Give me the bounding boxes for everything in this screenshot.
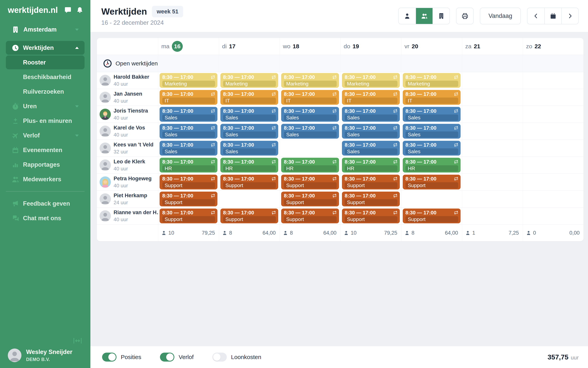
shift-cell-do[interactable]: 8:30 — 17:00Marketing	[340, 72, 401, 89]
calendar-button[interactable]	[544, 8, 561, 24]
employee-cell[interactable]: Leo de Klerk40 uur	[97, 157, 158, 174]
sidebar-item-uren[interactable]: Uren	[6, 99, 84, 113]
shift-pill[interactable]: 8:30 — 17:00Sales	[403, 141, 461, 156]
shift-pill[interactable]: 8:30 — 17:00HR	[220, 158, 278, 173]
shift-pill[interactable]: 8:30 — 17:00Sales	[342, 107, 400, 122]
shift-pill[interactable]: 8:30 — 17:00IT	[342, 90, 400, 105]
shift-pill[interactable]: 8:30 — 17:00Marketing	[159, 73, 217, 88]
shift-pill[interactable]: 8:30 — 17:00Support	[342, 209, 400, 223]
shift-cell-za[interactable]	[462, 140, 523, 156]
shift-pill[interactable]: 8:30 — 17:00Support	[159, 209, 217, 223]
shift-pill[interactable]: 8:30 — 17:00Support	[342, 175, 400, 189]
employee-cell[interactable]: Jan Jansen40 uur	[97, 89, 158, 106]
open-shift-cell-zo[interactable]	[523, 55, 584, 72]
open-shift-cell-za[interactable]	[462, 55, 523, 72]
shift-cell-zo[interactable]	[523, 89, 584, 106]
shift-cell-ma[interactable]: 8:30 — 17:00Marketing	[158, 72, 219, 89]
shift-pill[interactable]: 8:30 — 17:00Sales	[159, 124, 217, 139]
shift-cell-ma[interactable]: 8:30 — 17:00IT	[158, 89, 219, 106]
sidebar-item-beschikbaarheid[interactable]: Beschikbaarheid	[6, 70, 84, 84]
shift-cell-ma[interactable]: 8:30 — 17:00Support	[158, 174, 219, 190]
employee-cell[interactable]: Rianne van der H…40 uur	[97, 208, 158, 224]
shift-cell-ma[interactable]: 8:30 — 17:00HR	[158, 157, 219, 174]
shift-pill[interactable]: 8:30 — 17:00HR	[403, 158, 461, 173]
shift-cell-ma[interactable]: 8:30 — 17:00Sales	[158, 123, 219, 140]
shift-pill[interactable]: 8:30 — 17:00Sales	[403, 124, 461, 139]
sidebar-item-plus-en-minuren[interactable]: Plus- en minuren	[6, 114, 84, 128]
open-shift-cell-wo[interactable]	[280, 55, 340, 72]
shift-cell-di[interactable]: 8:30 — 17:00Support	[219, 174, 280, 190]
shift-pill[interactable]: 8:30 — 17:00Sales	[220, 124, 278, 139]
shift-cell-zo[interactable]	[523, 191, 584, 207]
view-location-button[interactable]	[432, 8, 449, 24]
shift-cell-vr[interactable]: 8:30 — 17:00Marketing	[401, 72, 462, 89]
open-shift-cell-ma[interactable]	[158, 55, 219, 72]
shift-pill[interactable]: 8:30 — 17:00Sales	[159, 141, 217, 156]
shift-cell-wo[interactable]: 8:30 — 17:00Support	[280, 174, 340, 190]
shift-pill[interactable]: 8:30 — 17:00Marketing	[220, 73, 278, 88]
shift-cell-vr[interactable]: 8:30 — 17:00Support	[401, 174, 462, 190]
sidebar-item-werktijden[interactable]: Werktijden	[6, 41, 84, 55]
previous-week-button[interactable]	[527, 8, 544, 24]
shift-cell-za[interactable]	[462, 106, 523, 123]
shift-cell-wo[interactable]: 8:30 — 17:00Sales	[280, 123, 340, 140]
open-shift-cell-di[interactable]	[219, 55, 280, 72]
sidebar-item-rapportages[interactable]: Rapportages	[6, 158, 84, 172]
employee-cell[interactable]: Piet Herkamp24 uur	[97, 191, 158, 207]
shift-pill[interactable]: 8:30 — 17:00Sales	[342, 124, 400, 139]
shift-cell-ma[interactable]: 8:30 — 17:00Support	[158, 191, 219, 207]
location-selector[interactable]: Amsterdam	[6, 23, 84, 36]
employee-cell[interactable]: Harold Bakker40 uur	[97, 72, 158, 89]
shift-pill[interactable]: 8:30 — 17:00IT	[403, 90, 461, 105]
shift-pill[interactable]: 8:30 — 17:00Marketing	[403, 73, 461, 88]
shift-cell-di[interactable]: 8:30 — 17:00IT	[219, 89, 280, 106]
shift-cell-do[interactable]: 8:30 — 17:00Sales	[340, 140, 401, 156]
employee-cell[interactable]: Karel de Vos40 uur	[97, 123, 158, 140]
shift-pill[interactable]: 8:30 — 17:00Support	[220, 209, 278, 223]
sidebar-item-rooster[interactable]: Rooster	[6, 55, 84, 69]
shift-pill[interactable]: 8:30 — 17:00Support	[281, 209, 339, 223]
shift-cell-za[interactable]	[462, 123, 523, 140]
shift-cell-zo[interactable]	[523, 140, 584, 156]
shift-cell-wo[interactable]: 8:30 — 17:00Support	[280, 191, 340, 207]
shift-cell-zo[interactable]	[523, 157, 584, 174]
shift-cell-di[interactable]: 8:30 — 17:00Sales	[219, 106, 280, 123]
shift-pill[interactable]: 8:30 — 17:00IT	[159, 90, 217, 105]
shift-cell-do[interactable]: 8:30 — 17:00Support	[340, 174, 401, 190]
shift-pill[interactable]: 8:30 — 17:00Sales	[281, 124, 339, 139]
shift-cell-ma[interactable]: 8:30 — 17:00Sales	[158, 106, 219, 123]
shift-pill[interactable]: 8:30 — 17:00Sales	[281, 107, 339, 122]
shift-pill[interactable]: 8:30 — 17:00Marketing	[281, 73, 339, 88]
shift-pill[interactable]: 8:30 — 17:00Support	[281, 175, 339, 189]
shift-cell-wo[interactable]: 8:30 — 17:00Sales	[280, 106, 340, 123]
sidebar-collapse-icon[interactable]	[73, 338, 82, 344]
shift-pill[interactable]: 8:30 — 17:00HR	[159, 158, 217, 173]
shift-cell-zo[interactable]	[523, 72, 584, 89]
shift-pill[interactable]: 8:30 — 17:00Support	[403, 175, 461, 189]
user-profile[interactable]: Wesley Sneijder DEMO B.V.	[0, 349, 90, 368]
shift-cell-do[interactable]: 8:30 — 17:00Support	[340, 191, 401, 207]
shift-cell-zo[interactable]	[523, 123, 584, 140]
next-week-button[interactable]	[561, 8, 578, 24]
shift-cell-di[interactable]: 8:30 — 17:00Marketing	[219, 72, 280, 89]
shift-pill[interactable]: 8:30 — 17:00HR	[342, 158, 400, 173]
shift-pill[interactable]: 8:30 — 17:00Sales	[342, 141, 400, 156]
loonkosten-toggle[interactable]	[212, 353, 227, 362]
shift-pill[interactable]: 8:30 — 17:00Marketing	[342, 73, 400, 88]
employee-cell[interactable]: Joris Tienstra40 uur	[97, 106, 158, 123]
shift-pill[interactable]: 8:30 — 17:00Support	[220, 175, 278, 189]
shift-pill[interactable]: 8:30 — 17:00Sales	[403, 107, 461, 122]
shift-cell-vr[interactable]: 8:30 — 17:00Sales	[401, 123, 462, 140]
shift-cell-za[interactable]	[462, 89, 523, 106]
shift-pill[interactable]: 8:30 — 17:00Sales	[220, 107, 278, 122]
messages-icon[interactable]	[64, 7, 72, 14]
shift-pill[interactable]: 8:30 — 17:00Sales	[220, 141, 278, 156]
shift-pill[interactable]: 8:30 — 17:00Support	[342, 192, 400, 206]
shift-cell-za[interactable]	[462, 72, 523, 89]
print-button[interactable]	[456, 8, 474, 24]
shift-cell-vr[interactable]: 8:30 — 17:00IT	[401, 89, 462, 106]
shift-pill[interactable]: 8:30 — 17:00Support	[159, 192, 217, 206]
shift-cell-do[interactable]: 8:30 — 17:00Sales	[340, 106, 401, 123]
sidebar-item-evenementen[interactable]: Evenementen	[6, 143, 84, 157]
shift-pill[interactable]: 8:30 — 17:00Support	[403, 209, 461, 223]
